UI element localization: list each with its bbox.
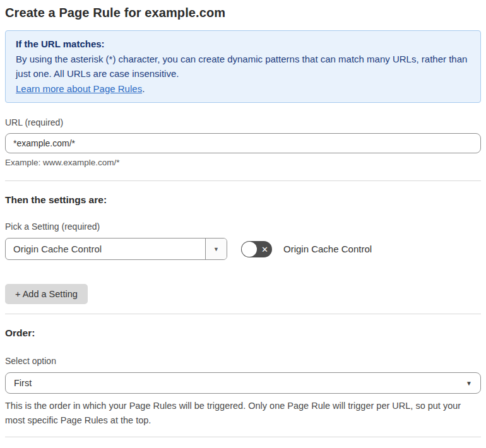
url-input[interactable] bbox=[5, 133, 481, 153]
url-field-label: URL (required) bbox=[5, 117, 481, 128]
url-example-text: Example: www.example.com/* bbox=[5, 158, 481, 167]
order-help-text: This is the order in which your Page Rul… bbox=[5, 399, 475, 428]
page-title: Create a Page Rule for example.com bbox=[5, 4, 481, 21]
order-section-heading: Order: bbox=[5, 327, 481, 339]
create-page-rule-panel: Create a Page Rule for example.com If th… bbox=[0, 0, 486, 448]
add-setting-button[interactable]: + Add a Setting bbox=[5, 284, 88, 304]
origin-cache-control-toggle[interactable]: ✕ bbox=[241, 241, 272, 257]
toggle-label: Origin Cache Control bbox=[283, 244, 372, 254]
divider bbox=[5, 314, 481, 314]
order-select[interactable]: First ▼ bbox=[5, 372, 481, 394]
setting-dropdown[interactable]: Origin Cache Control ▼ bbox=[5, 238, 227, 260]
settings-section-heading: Then the settings are: bbox=[5, 194, 481, 206]
pick-setting-label: Pick a Setting (required) bbox=[5, 221, 481, 232]
info-box-heading: If the URL matches: bbox=[16, 37, 470, 52]
setting-dropdown-value: Origin Cache Control bbox=[6, 239, 205, 259]
link-period: . bbox=[142, 83, 145, 94]
chevron-down-icon: ▼ bbox=[466, 380, 472, 387]
toggle-knob bbox=[242, 242, 257, 257]
divider bbox=[5, 437, 481, 437]
info-box-link-line: Learn more about Page Rules. bbox=[16, 81, 470, 97]
learn-more-link[interactable]: Learn more about Page Rules bbox=[16, 83, 142, 94]
setting-dropdown-caret-button[interactable]: ▼ bbox=[205, 239, 227, 259]
setting-row: Origin Cache Control ▼ ✕ Origin Cache Co… bbox=[5, 238, 481, 260]
chevron-down-icon: ▼ bbox=[213, 246, 219, 252]
info-box-body: By using the asterisk (*) character, you… bbox=[16, 52, 470, 81]
url-match-info-box: If the URL matches: By using the asteris… bbox=[5, 30, 481, 103]
order-select-label: Select option bbox=[5, 355, 481, 367]
divider bbox=[5, 180, 481, 181]
toggle-off-x-icon: ✕ bbox=[261, 245, 268, 253]
order-select-value: First bbox=[14, 378, 32, 388]
